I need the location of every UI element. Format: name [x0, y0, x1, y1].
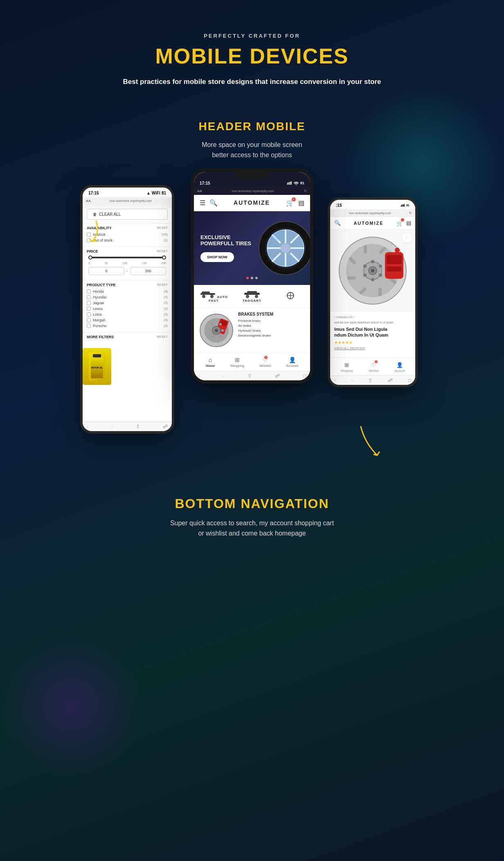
right-nav-back[interactable]: ‹ [334, 377, 336, 383]
view-all-reviews[interactable]: VIEW ALL REVIEWS [334, 346, 411, 350]
bottom-navigation-section: BOTTOM NAVIGATION Super quick access to … [0, 447, 504, 563]
center-nav-tabs[interactable]: □ [303, 373, 306, 379]
right-menu-icon[interactable]: ▤ [406, 220, 411, 226]
cart-badge: 0 [292, 197, 296, 201]
left-product-area: MOTOR OIL [83, 344, 172, 385]
right-nav-wishlist[interactable]: ♡ 0 Wishlist [369, 361, 378, 372]
nav-account[interactable]: 👤 Account [286, 357, 298, 368]
brakes-image [198, 312, 235, 349]
header-subtitle: PERFECTLY CRAFTED FOR [8, 33, 496, 39]
bottom-nav-desc: Super quick access to search, my account… [8, 518, 496, 539]
left-browser-url: nov-automize.myshopify.com [93, 199, 169, 203]
morgan-filter[interactable]: Morgan (4) [87, 318, 168, 322]
svg-point-60 [371, 260, 374, 263]
right-nav-share[interactable]: ⇧ [368, 377, 372, 383]
right-search-icon[interactable]: 🔍 [334, 220, 341, 226]
right-browser-bar: nov-automize.myshopify.com ↻ [330, 209, 415, 217]
left-nav-back-icon[interactable]: ‹ [87, 424, 88, 429]
brakes-info: BRAKES SYSTEM Frictional brake Air brake… [238, 312, 273, 349]
search-icon[interactable]: 🔍 [209, 199, 218, 207]
center-nav-back[interactable]: ‹ [198, 373, 200, 379]
product-image-left: MOTOR OIL [83, 348, 111, 385]
right-account-icon: 👤 [396, 362, 403, 368]
right-brake-disc-svg [336, 234, 410, 307]
price-max-thumb[interactable] [162, 255, 166, 260]
honda-filter[interactable]: Honda (4) [87, 289, 168, 294]
price-reset[interactable]: RESET [157, 249, 168, 253]
left-nav-forward-icon[interactable]: › [111, 424, 113, 429]
hyundai-filter[interactable]: Hyundai (2) [87, 295, 168, 299]
wheel-image-area [245, 211, 310, 285]
right-nav-bookmark[interactable]: ☍ [388, 377, 393, 383]
left-status-icons: ▲ WiFi 81 [146, 191, 166, 195]
wheel-svg [257, 219, 310, 277]
left-browser-bar: AA nov-automize.myshopify.com [83, 197, 172, 205]
more-filters-reset[interactable]: RESET [157, 335, 168, 339]
brands-row: AUTO FAST TAGGART [194, 285, 310, 308]
right-nav-account[interactable]: 👤 Account [394, 361, 405, 372]
jaguar-filter[interactable]: Jaguar (5) [87, 301, 168, 305]
svg-rect-46 [404, 204, 405, 207]
right-nav-tabs[interactable]: □ [408, 377, 411, 383]
nav-shopping[interactable]: ⊞ Shopping [230, 357, 244, 368]
price-slider[interactable] [88, 257, 166, 258]
center-nav-share[interactable]: ⇧ [248, 373, 252, 379]
product-type-reset[interactable]: RESET [157, 283, 168, 287]
left-time: 17:15 [88, 191, 99, 195]
svg-point-33 [211, 323, 214, 325]
brand-auto-fast[interactable]: AUTO FAST [198, 290, 230, 303]
nav-home[interactable]: ⌂ Home [206, 357, 215, 368]
phone-center: 17:15 81 AA nov-automize.myshopify.com ↻… [191, 169, 313, 384]
brake-disc-svg [198, 312, 235, 349]
availability-reset[interactable]: RESET [157, 226, 168, 230]
brand-taggart[interactable]: TAGGART [236, 290, 268, 303]
phone-right: :15 81 nov-automize.myshopify.com ↻ 🔍 AU… [328, 197, 418, 388]
right-status-icons: 81 [401, 204, 410, 207]
arrow-left [80, 217, 104, 251]
shop-now-button[interactable]: SHOP NOW [200, 252, 234, 262]
svg-point-65 [363, 264, 367, 268]
left-nav-bookmark-icon[interactable]: ☍ [163, 424, 168, 429]
right-cart-badge [401, 218, 404, 221]
lexus-filter[interactable]: Lexus (2) [87, 307, 168, 311]
hydraulic-brake: Hydraulic brake [238, 329, 273, 332]
price-max-input[interactable]: 200 [130, 267, 166, 275]
left-nav-share-icon[interactable]: ⇧ [136, 424, 140, 429]
svg-point-38 [219, 335, 222, 338]
center-header-left-icons: ☰ 🔍 [200, 199, 218, 207]
electromagnetic-brake: Electromagnetic brake [238, 334, 273, 337]
center-nav-forward[interactable]: › [223, 373, 225, 379]
account-icon: 👤 [289, 357, 296, 363]
porsche-filter[interactable]: Porsche (2) [87, 324, 168, 328]
nav-wishlist[interactable]: ♡ Wishlist 0 [260, 357, 271, 368]
menu-icon[interactable]: ▤ [298, 199, 304, 207]
dot-1 [246, 277, 249, 279]
hero-dots [194, 274, 310, 282]
frictional-brake: Frictional brake [238, 319, 273, 323]
price-min-input[interactable]: 0 [88, 267, 124, 275]
svg-rect-2 [290, 182, 290, 185]
svg-rect-44 [402, 205, 403, 207]
right-app-header: 🔍 AUTOMIZE 🛒 ▤ [330, 217, 415, 230]
right-nav-shopping[interactable]: ⊞ Shopping [340, 361, 353, 372]
phones-container: 17:15 ▲ WiFi 81 AA nov-automize.myshopif… [0, 169, 504, 455]
center-browser-url: nov-automize.myshopify.com [205, 189, 302, 193]
right-product-image: ♡ [330, 230, 415, 312]
right-nav-forward[interactable]: › [351, 377, 353, 383]
center-browser-aa: AA [197, 189, 202, 193]
brand-3[interactable] [274, 292, 306, 301]
center-nav-bookmark[interactable]: ☍ [275, 373, 280, 379]
svg-point-61 [379, 264, 382, 268]
left-browser-nav: ‹ › ⇧ ☍ [83, 422, 172, 431]
hamburger-icon[interactable]: ☰ [200, 199, 205, 207]
center-browser-nav: ‹ › ⇧ ☍ □ [194, 371, 310, 380]
header-mobile-section: HEADER MOBILE More space on your mobile … [0, 104, 504, 169]
right-wishlist-heart[interactable]: ♡ [402, 233, 412, 243]
hero-text: EXCLUSIVE POWERFULL TIRES SHOP NOW [200, 234, 251, 262]
right-product-desc: sed dui non ligula bibendum dictum in ut… [334, 321, 411, 324]
price-min-thumb[interactable] [88, 255, 92, 260]
right-wishlist-badge: 0 [375, 360, 378, 363]
right-cart-container: 🛒 [396, 219, 403, 227]
center-header-right-icons: 🛒 0 ▤ [286, 199, 304, 207]
lotus-filter[interactable]: Lotus (2) [87, 312, 168, 316]
